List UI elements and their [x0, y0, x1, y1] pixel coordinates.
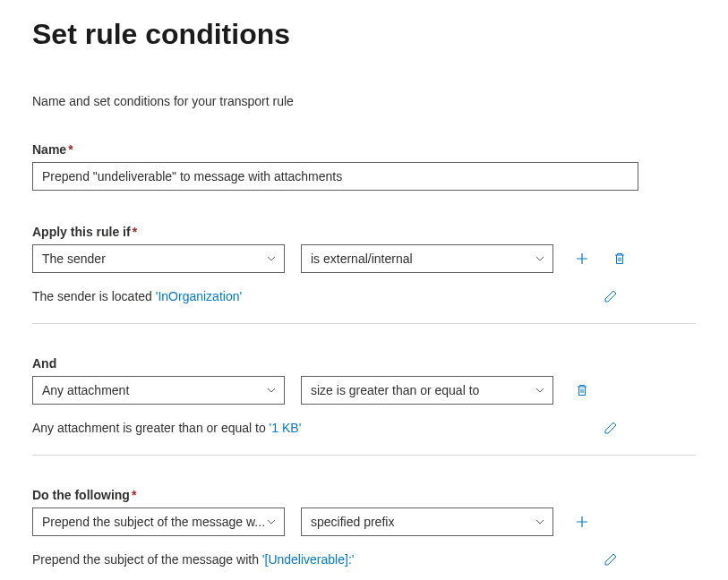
- apply-if-predicate-select[interactable]: is external/internal: [301, 244, 553, 273]
- pencil-icon: [604, 552, 618, 567]
- select-value: specified prefix: [311, 515, 394, 529]
- summary-prefix: Any attachment is greater than or equal …: [32, 421, 270, 435]
- add-action-button[interactable]: [570, 509, 595, 534]
- trash-icon: [612, 252, 627, 266]
- required-asterisk: *: [68, 142, 73, 157]
- delete-condition-button[interactable]: [607, 246, 632, 271]
- select-value: Prepend the subject of the message w...: [42, 515, 265, 529]
- apply-if-label: Apply this rule if*: [32, 225, 696, 239]
- do-following-label-text: Do the following: [32, 488, 130, 502]
- edit-condition-button[interactable]: [598, 415, 623, 440]
- plus-icon: [575, 515, 589, 529]
- select-value: size is greater than or equal to: [311, 383, 479, 397]
- action-select[interactable]: Prepend the subject of the message w...: [32, 508, 285, 536]
- page-subtitle: Name and set conditions for your transpo…: [32, 94, 696, 108]
- page-title: Set rule conditions: [32, 18, 696, 51]
- do-following-label: Do the following*: [32, 488, 696, 502]
- required-asterisk: *: [133, 225, 137, 239]
- and-summary: Any attachment is greater than or equal …: [32, 421, 301, 435]
- apply-if-condition-select[interactable]: The sender: [32, 244, 285, 273]
- required-asterisk: *: [132, 488, 136, 502]
- summary-prefix: Prepend the subject of the message with: [32, 552, 262, 567]
- and-predicate-select[interactable]: size is greater than or equal to: [301, 376, 553, 405]
- apply-if-summary: The sender is located 'InOrganization': [32, 289, 242, 303]
- edit-condition-button[interactable]: [598, 284, 623, 309]
- pencil-icon: [604, 421, 618, 435]
- name-label-text: Name: [32, 142, 66, 157]
- add-condition-button[interactable]: [570, 246, 595, 271]
- summary-value-link[interactable]: '[Undeliverable]:': [262, 552, 355, 567]
- summary-prefix: The sender is located: [32, 289, 156, 303]
- action-predicate-select[interactable]: specified prefix: [301, 508, 553, 536]
- summary-value-link[interactable]: 'InOrganization': [156, 289, 242, 303]
- apply-if-label-text: Apply this rule if: [32, 225, 131, 239]
- trash-icon: [575, 383, 589, 397]
- select-value: is external/internal: [311, 252, 413, 266]
- delete-condition-button[interactable]: [570, 378, 595, 403]
- name-input[interactable]: [32, 162, 638, 191]
- select-value: Any attachment: [42, 383, 129, 397]
- summary-value-link[interactable]: '1 KB': [270, 421, 302, 435]
- pencil-icon: [604, 289, 618, 303]
- action-summary: Prepend the subject of the message with …: [32, 552, 354, 567]
- and-condition-select[interactable]: Any attachment: [32, 376, 285, 405]
- plus-icon: [575, 252, 589, 266]
- and-label: And: [32, 356, 696, 371]
- select-value: The sender: [42, 252, 106, 266]
- name-label: Name*: [32, 142, 696, 157]
- edit-action-button[interactable]: [598, 547, 623, 572]
